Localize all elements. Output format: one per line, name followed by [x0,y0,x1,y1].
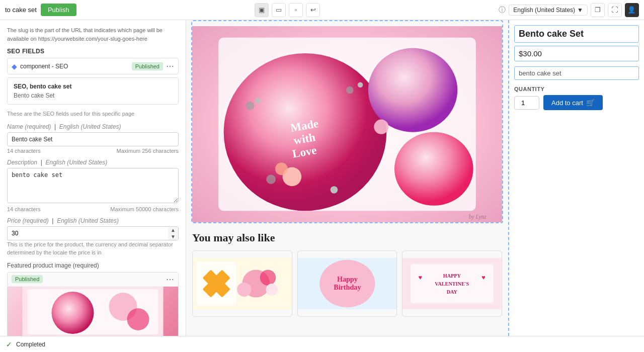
component-more-button[interactable]: ⋯ [166,61,174,71]
top-bar-right: ⓘ English (United States) ▼ ❐ ⛶ 👤 [499,3,639,17]
status-label: Completed [16,341,45,348]
profile-button[interactable]: 👤 [625,3,639,17]
component-label: component - SEO [20,63,68,70]
seo-component-row: ◆ component - SEO Published ⋯ [7,58,179,74]
card-image-3: HAPPY VALENTINE'S DAY ♥ ♥ [403,251,502,316]
lang-label: English (United States) [513,7,575,14]
svg-point-17 [368,48,457,132]
svg-point-4 [127,308,149,330]
mobile-view-button[interactable]: ▫ [289,3,303,17]
top-bar: to cake set Publish ▣ ▭ ▫ ↩ ⓘ English (U… [0,0,644,20]
chevron-down-icon: ▼ [577,7,583,14]
top-bar-left: to cake set Publish [5,4,76,16]
svg-point-15 [266,174,276,184]
cake-image-simulation: Made with Love [192,26,502,222]
svg-point-18 [394,132,473,206]
published-badge: Published [132,62,163,70]
mobile-icon: ▫ [295,6,297,14]
related-product-card-1 [192,250,292,317]
svg-text:by Lynz: by Lynz [469,214,487,220]
product-hero-image: Made with Love [192,26,502,222]
publish-button[interactable]: Publish [41,4,76,16]
product-price-display: $30.00 [514,46,639,61]
you-may-grid: Happy Birthday HAPPY VALENTINE'S [192,250,502,317]
svg-text:Happy: Happy [337,275,358,283]
price-input[interactable] [7,226,168,240]
component-actions: Published ⋯ [132,61,174,71]
undo-icon: ↩ [310,6,316,14]
name-char-count: 14 characters Maximum 256 characters [7,148,179,154]
undo-button[interactable]: ↩ [306,3,320,17]
seo-note: These are the SEO fields used for this s… [7,110,179,118]
maximize-icon: ⛶ [611,6,618,14]
component-row-left: ◆ component - SEO [12,62,68,70]
product-hero-section: Made with Love [191,20,503,223]
name-input[interactable] [7,132,179,146]
price-field-label: Price (required) | English (United State… [7,217,179,224]
featured-image-block: Published ⋯ [7,272,179,336]
svg-text:VALENTINE'S: VALENTINE'S [435,281,469,287]
seo-block-title: SEO, bento cake set [14,83,172,90]
completed-check-icon: ✓ [6,340,12,348]
you-may-also-like-section: You may also like [186,223,508,321]
expand-icon: ❐ [595,6,601,14]
tablet-view-button[interactable]: ▭ [272,3,286,17]
seo-block-val: Bento cake Set [14,92,172,99]
desktop-view-button[interactable]: ▣ [255,3,269,17]
status-bar: ✓ Completed [0,336,644,352]
price-increment-button[interactable]: ▲ [168,227,178,233]
price-spinners: ▲ ▼ [168,226,179,240]
expand-button[interactable]: ❐ [591,3,605,17]
feat-img-more-button[interactable]: ⋯ [166,275,174,284]
profile-icon: 👤 [627,6,636,14]
price-decrement-button[interactable]: ▼ [168,233,178,240]
product-slug-display: bento cake set [514,66,639,80]
related-product-card-2: Happy Birthday [297,250,397,317]
svg-text:DAY: DAY [447,289,458,295]
language-selector[interactable]: English (United States) ▼ [509,5,588,16]
card-image-2: Happy Birthday [298,251,397,316]
featured-image-svg [8,287,178,336]
quantity-input[interactable] [514,96,539,110]
svg-point-29 [237,283,251,297]
desktop-icon: ▣ [259,6,265,14]
main-layout: The slug is the part of the URL that ind… [0,20,644,336]
name-field-label: Name (required) | English (United States… [7,123,179,130]
card-image-1 [193,251,292,316]
quantity-row: Add to cart 🛒 [514,95,639,110]
svg-text:Birthday: Birthday [334,283,361,291]
featured-image-label: Featured product image (required) [7,262,179,269]
related-product-card-3: HAPPY VALENTINE'S DAY ♥ ♥ [402,250,502,317]
price-note: This is the price for the product, the c… [7,240,179,257]
left-panel: The slug is the part of the URL that ind… [0,20,186,336]
svg-text:♥: ♥ [482,274,486,281]
svg-point-20 [275,162,288,175]
svg-point-30 [266,284,278,296]
product-name-display: Bento cake Set [514,25,639,43]
svg-point-12 [255,98,261,104]
desc-field-label: Description | English (United States) [7,159,179,166]
svg-point-2 [52,292,94,334]
feat-img-header: Published ⋯ [8,273,178,287]
you-may-title: You may also like [192,231,502,244]
diamond-icon: ◆ [12,62,17,70]
info-icon: ⓘ [499,6,506,15]
price-input-wrap: ▲ ▼ [7,226,179,240]
add-to-cart-label: Add to cart [551,99,583,107]
description-input[interactable]: bento cake set [7,168,179,203]
svg-text:♥: ♥ [419,274,422,281]
svg-point-11 [246,102,254,110]
maximize-button[interactable]: ⛶ [608,3,622,17]
hero-image-svg: Made with Love [192,26,502,222]
quantity-label: QUANTITY [514,86,639,92]
feat-img-badge: Published [12,275,43,283]
svg-point-14 [358,82,363,87]
view-controls: ▣ ▭ ▫ ↩ [255,3,320,17]
add-to-cart-button[interactable]: Add to cart 🛒 [543,95,603,110]
right-panel: Bento cake Set $30.00 bento cake set QUA… [508,20,644,336]
center-preview: Made with Love [186,20,508,336]
seo-section-heading: SEO fields [7,48,179,55]
desc-char-count: 14 characters Maximum 50000 characters [7,206,179,212]
preview-content: Made with Love [186,20,508,336]
svg-text:HAPPY: HAPPY [443,273,461,279]
